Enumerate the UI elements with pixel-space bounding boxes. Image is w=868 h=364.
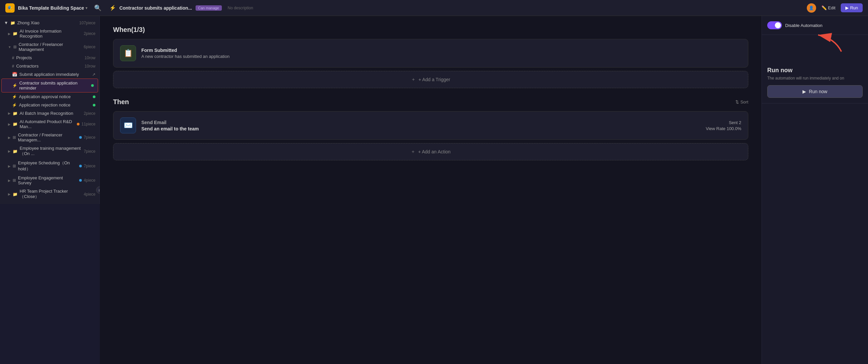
employee-training-label: Employee training management（On ... — [20, 146, 82, 157]
run-now-panel: Run now The automation will run immediat… — [762, 62, 868, 103]
arrow-area — [762, 35, 868, 62]
contractor-mgmt-label: Contractor / Freelancer Management — [19, 42, 82, 52]
add-trigger-button[interactable]: ＋ + Add a Trigger — [113, 71, 748, 88]
blue-dot-engagement — [79, 179, 82, 182]
run-icon: ▶ — [845, 5, 849, 10]
run-now-play-icon: ▶ — [803, 89, 806, 94]
trigger-card[interactable]: 📋 Form Submitted A new contractor has su… — [113, 39, 748, 67]
automation-toggle[interactable] — [767, 21, 782, 29]
sidebar: ▼ 📁 Zhong Xiao 107piece ▶ 📁 AI Invoice I… — [0, 16, 100, 204]
sidebar-item-application-rejection[interactable]: ⚡ Application rejection notice — [0, 101, 99, 109]
sort-icon: ⇅ — [735, 99, 739, 104]
add-action-label: + Add an Action — [418, 149, 451, 154]
blue-dot-contractor-2 — [79, 136, 82, 139]
run-now-button[interactable]: ▶ Run now — [767, 85, 863, 98]
ai-batch-count: 2piece — [84, 111, 95, 116]
share-icon: ↗ — [92, 72, 95, 77]
application-rejection-label: Application rejection notice — [19, 102, 70, 108]
sidebar-item-application-approval[interactable]: ⚡ Application approval notice — [0, 92, 99, 101]
sidebar-item-submit-application[interactable]: 📅 Submit application immediately ↗ — [0, 70, 99, 79]
sidebar-root-user[interactable]: ▼ 📁 Zhong Xiao 107piece — [0, 19, 99, 27]
disable-automation-bar: Disable Automation — [762, 16, 868, 35]
ai-invoice-count: 2piece — [84, 31, 95, 36]
trigger-description: A new contractor has submitted an applic… — [141, 54, 229, 59]
sidebar-item-contractor-mgmt[interactable]: ▼ ⊞ Contractor / Freelancer Management 6… — [0, 40, 99, 54]
top-bar: 🎭 Bika Template Building Space ▾ 🔍 ⚡ Con… — [0, 0, 868, 16]
hr-team-tracker-label: HR Team Project Tracker（Close） — [20, 189, 82, 200]
sidebar-item-ai-automated-product[interactable]: ▶ 📁 AI Automated Product R&D Man... 11pi… — [0, 117, 99, 131]
expand-icon: ▶ — [8, 32, 11, 36]
lightning-icon-active: ⚡ — [12, 83, 17, 88]
sidebar-item-projects[interactable]: # Projects 10row — [0, 54, 99, 62]
root-user-count: 107piece — [79, 21, 95, 25]
sidebar-item-ai-invoice[interactable]: ▶ 📁 AI Invoice Information Recognition 2… — [0, 27, 99, 40]
sidebar-item-employee-scheduling[interactable]: ▶ ⊞ Employee Scheduling（On hold） 7piece — [0, 158, 99, 174]
contractor-submits-reminder-label: Contractor submits application reminder — [19, 81, 89, 91]
grid-icon-scheduling: ⊞ — [13, 164, 16, 169]
add-trigger-label: + Add a Trigger — [418, 77, 450, 82]
edit-label: Edit — [828, 5, 835, 10]
rejection-green-dot — [93, 104, 95, 107]
trigger-info: Form Submitted A new contractor has subm… — [141, 48, 229, 59]
folder-icon-hr: 📁 — [13, 192, 18, 196]
topbar-center: ⚡ Contractor submits application... Can … — [103, 5, 807, 11]
disable-automation-label: Disable Automation — [785, 23, 823, 28]
submit-application-label: Submit application immediately — [19, 72, 79, 77]
grid-icon-contractor: ⊞ — [13, 44, 17, 49]
contractor-mgmt-count: 6piece — [84, 44, 95, 49]
then-header: Then ⇅ Sort — [113, 98, 748, 106]
sidebar-item-employee-engagement[interactable]: ▶ ⊞ Employee Engagement Survey 4piece — [0, 174, 99, 187]
hash-icon-contractors: # — [12, 64, 14, 68]
projects-label: Projects — [16, 55, 32, 60]
expand-icon-scheduling: ▶ — [8, 164, 11, 168]
action-icon: ✉️ — [120, 117, 136, 133]
run-now-description: The automation will run immediately and … — [767, 76, 863, 81]
sidebar-item-contractor-submits-reminder[interactable]: ⚡ Contractor submits application reminde… — [1, 79, 98, 92]
when-section-title: When(1/3) — [113, 26, 748, 34]
action-stats: Sent 2 View Rate 100.0% — [706, 120, 741, 131]
sidebar-item-ai-batch-image[interactable]: ▶ 📁 AI Batch Image Recognition 2piece — [0, 109, 99, 117]
sidebar-item-employee-training[interactable]: ▶ 📁 Employee training management（On ... … — [0, 144, 99, 158]
action-info: Send Email Send an email to the team — [141, 120, 701, 131]
automation-title: Contractor submits application... — [119, 5, 192, 11]
action-type: Send Email — [141, 120, 701, 125]
avatar[interactable]: 👤 — [807, 3, 816, 13]
sort-label: Sort — [740, 99, 748, 104]
then-title: Then — [113, 98, 735, 106]
run-now-button-label: Run now — [809, 89, 827, 94]
employee-scheduling-count: 7piece — [84, 164, 95, 169]
ai-invoice-label: AI Invoice Information Recognition — [20, 29, 82, 39]
workspace-name[interactable]: Bika Template Building Space — [18, 5, 84, 11]
ai-batch-image-label: AI Batch Image Recognition — [20, 111, 73, 116]
ai-product-count: 11piece — [82, 122, 95, 126]
employee-training-count: 7piece — [84, 149, 95, 154]
hr-tracker-count: 4piece — [84, 192, 95, 196]
projects-count: 10row — [85, 56, 95, 60]
run-now-title: Run now — [767, 67, 863, 74]
add-action-button[interactable]: ＋ + Add an Action — [113, 143, 748, 160]
workspace-chevron: ▾ — [86, 6, 88, 10]
expand-icon-contractor: ▼ — [8, 45, 11, 49]
sidebar-item-hr-team-tracker[interactable]: ▶ 📁 HR Team Project Tracker（Close） 4piec… — [0, 187, 99, 201]
edit-button[interactable]: ✏️ Edit — [822, 5, 835, 10]
sent-count: Sent 2 — [706, 120, 741, 125]
sort-button[interactable]: ⇅ Sort — [735, 99, 748, 104]
search-button[interactable]: 🔍 — [93, 3, 103, 13]
trigger-emoji: 📋 — [124, 49, 133, 58]
contractor-2-count: 7piece — [84, 135, 95, 140]
employee-scheduling-label: Employee Scheduling（On hold） — [18, 160, 77, 172]
sidebar-wrapper: ▼ 📁 Zhong Xiao 107piece ▶ 📁 AI Invoice I… — [0, 16, 100, 364]
sidebar-item-contractor-mgmt-2[interactable]: ▶ ⊞ Contractor / Freelancer Managem... 7… — [0, 131, 99, 144]
grid-icon-engagement: ⊞ — [13, 178, 16, 183]
action-emoji: ✉️ — [124, 121, 133, 130]
main-content: When(1/3) 📋 Form Submitted A new contrac… — [100, 16, 762, 364]
action-card[interactable]: ✉️ Send Email Send an email to the team … — [113, 111, 748, 140]
employee-engagement-label: Employee Engagement Survey — [18, 175, 77, 185]
ai-automated-product-label: AI Automated Product R&D Man... — [20, 119, 75, 129]
orange-dot-ai-product — [77, 123, 80, 125]
contractors-label: Contractors — [16, 64, 38, 68]
sidebar-item-contractors[interactable]: # Contractors 10row — [0, 62, 99, 70]
run-button[interactable]: ▶ Run — [841, 3, 863, 12]
application-approval-label: Application approval notice — [19, 94, 70, 99]
contractor-mgmt-2-label: Contractor / Freelancer Managem... — [18, 132, 77, 143]
